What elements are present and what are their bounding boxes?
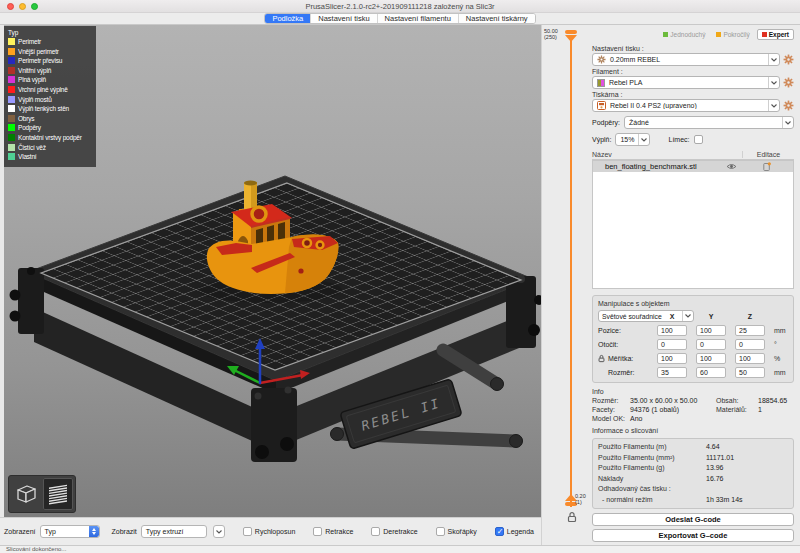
color-swatch — [8, 144, 15, 151]
rotate-y-input[interactable]: 0 — [696, 339, 726, 350]
scale-z-input[interactable]: 100 — [735, 353, 765, 364]
slider-bottom-label: 0.20 (1) — [575, 493, 586, 505]
size-z-input[interactable]: 50 — [735, 367, 765, 378]
chevron-down-icon — [216, 530, 222, 534]
lock-icon[interactable] — [598, 354, 605, 363]
show-combo-chevron[interactable] — [213, 525, 225, 538]
checkbox-box[interactable] — [436, 527, 445, 536]
tab-nastaveni-tisku[interactable]: Nastavení tisku — [311, 14, 377, 23]
close-button[interactable] — [7, 3, 14, 10]
filament-gear-button[interactable] — [783, 77, 794, 88]
printer-gear-button[interactable] — [783, 100, 794, 111]
tab-nastaveni-filamentu[interactable]: Nastavení filamentu — [378, 14, 459, 23]
edit-icon[interactable] — [741, 162, 793, 171]
mode-expert-button[interactable]: Expert — [757, 29, 794, 40]
titlebar: PrusaSlicer-2.1.0-rc2+-201909111218 zalo… — [0, 0, 800, 13]
checkbox-box[interactable] — [313, 527, 322, 536]
color-swatch — [8, 134, 15, 141]
legend-item: Výplň tenkých stěn — [8, 105, 92, 112]
slider-lock-icon[interactable] — [567, 511, 577, 523]
filament-combo[interactable]: Rebel PLA — [592, 76, 780, 89]
filament-g-value: 13.96 — [706, 463, 724, 474]
chevron-down-icon[interactable] — [768, 100, 779, 111]
traffic-lights — [7, 3, 38, 10]
rotate-z-input[interactable]: 0 — [735, 339, 765, 350]
scale-x-input[interactable]: 100 — [657, 353, 687, 364]
checkbox-box[interactable] — [243, 527, 252, 536]
position-y-input[interactable]: 100 — [696, 325, 726, 336]
mode-switcher: Jednoduchý Pokročilý Expert — [592, 29, 794, 40]
minimize-button[interactable] — [19, 3, 26, 10]
supports-label: Podpěry: — [592, 119, 620, 126]
print-settings-combo[interactable]: 0.20mm REBEL — [592, 53, 780, 66]
tab-segments: Podložka Nastavení tisku Nastavení filam… — [264, 13, 535, 24]
axis-y-header: Y — [696, 313, 726, 320]
printer-combo[interactable]: Rebel II 0.4 PS2 (upraveno) — [592, 99, 780, 112]
chevron-down-icon[interactable] — [638, 134, 649, 145]
name-column-header: Název — [592, 151, 742, 158]
popup-stepper-icon — [89, 526, 99, 537]
export-gcode-button[interactable]: Exportovat G–code — [592, 529, 794, 542]
infill-combo[interactable]: 15% — [615, 133, 650, 146]
view-3d-button[interactable] — [11, 478, 41, 510]
filament-m-value: 4.64 — [706, 442, 720, 453]
layer-slider[interactable] — [542, 25, 586, 545]
position-x-input[interactable]: 100 — [657, 325, 687, 336]
layer-slider-strip: 50.00 (250) 0.20 (1) — [541, 25, 585, 545]
color-swatch — [8, 67, 15, 74]
rotate-x-input[interactable]: 0 — [657, 339, 687, 350]
size-label: Rozměr: — [598, 369, 648, 376]
checkbox-skorapky[interactable]: Skořápky — [436, 527, 477, 536]
legend-item: Vlastní — [8, 153, 92, 160]
chevron-down-icon[interactable] — [782, 117, 793, 128]
zoom-button[interactable] — [31, 3, 38, 10]
checkbox-deretrakce[interactable]: Deretrakce — [371, 527, 417, 536]
color-swatch — [8, 96, 15, 103]
supports-combo[interactable]: Žádné — [624, 116, 794, 129]
mode-color-square — [762, 32, 767, 37]
info-size-value: 35.00 x 60.00 x 50.00 — [630, 397, 716, 404]
size-x-input[interactable]: 35 — [657, 367, 687, 378]
checkbox-box[interactable] — [495, 527, 504, 536]
eye-icon[interactable] — [721, 163, 741, 170]
color-swatch — [8, 86, 15, 93]
tab-bar: Podložka Nastavení tisku Nastavení filam… — [0, 13, 800, 25]
viewport-3d[interactable]: REBEL II — [4, 25, 541, 517]
tab-podlozka[interactable]: Podložka — [265, 14, 311, 23]
legend-item: Vnitřní výplň — [8, 67, 92, 74]
mode-simple-button[interactable]: Jednoduchý — [659, 29, 709, 40]
checkbox-retrakce[interactable]: Retrakce — [313, 527, 353, 536]
printer-icon — [597, 101, 606, 110]
filament-color-icon — [597, 79, 605, 87]
edit-column-header: Editace — [742, 151, 794, 158]
view-popup[interactable]: Typ — [40, 525, 100, 538]
color-swatch — [8, 115, 15, 122]
size-y-input[interactable]: 60 — [696, 367, 726, 378]
legend-item: Výplň mostů — [8, 96, 92, 103]
gear-icon — [597, 55, 606, 64]
infill-label: Výplň: — [592, 136, 611, 143]
show-combo[interactable]: Typy extruzí — [141, 525, 207, 538]
view-layers-button[interactable] — [43, 478, 73, 510]
preview-toolbar: Zobrazení Typ Zobrazit Typy extruzí Rych… — [0, 517, 541, 545]
cost-value: 16.76 — [706, 474, 724, 485]
tab-nastaveni-tiskarny[interactable]: Nastavení tiskárny — [459, 14, 535, 23]
checkbox-legenda[interactable]: Legenda — [495, 527, 534, 536]
chevron-down-icon[interactable] — [768, 77, 779, 88]
print-settings-gear-button[interactable] — [783, 54, 794, 65]
send-gcode-button[interactable]: Odeslat G-code — [592, 513, 794, 526]
scale-y-input[interactable]: 100 — [696, 353, 726, 364]
view-mode-buttons — [8, 475, 76, 513]
checkbox-rychloposun[interactable]: Rychloposun — [243, 527, 295, 536]
sidebar: Jednoduchý Pokročilý Expert Nastavení ti… — [585, 25, 800, 545]
checkbox-box[interactable] — [371, 527, 380, 536]
printer-label: Tiskárna : — [592, 91, 794, 98]
info-model-ok-value: Ano — [630, 415, 716, 422]
object-list-row[interactable]: ben_floating_benchmark.stl — [593, 161, 793, 172]
brim-checkbox[interactable] — [694, 135, 703, 144]
color-swatch — [8, 57, 15, 64]
chevron-down-icon[interactable] — [768, 54, 779, 65]
position-z-input[interactable]: 25 — [735, 325, 765, 336]
object-list[interactable]: ben_floating_benchmark.stl — [592, 160, 794, 289]
mode-advanced-button[interactable]: Pokročilý — [712, 29, 753, 40]
